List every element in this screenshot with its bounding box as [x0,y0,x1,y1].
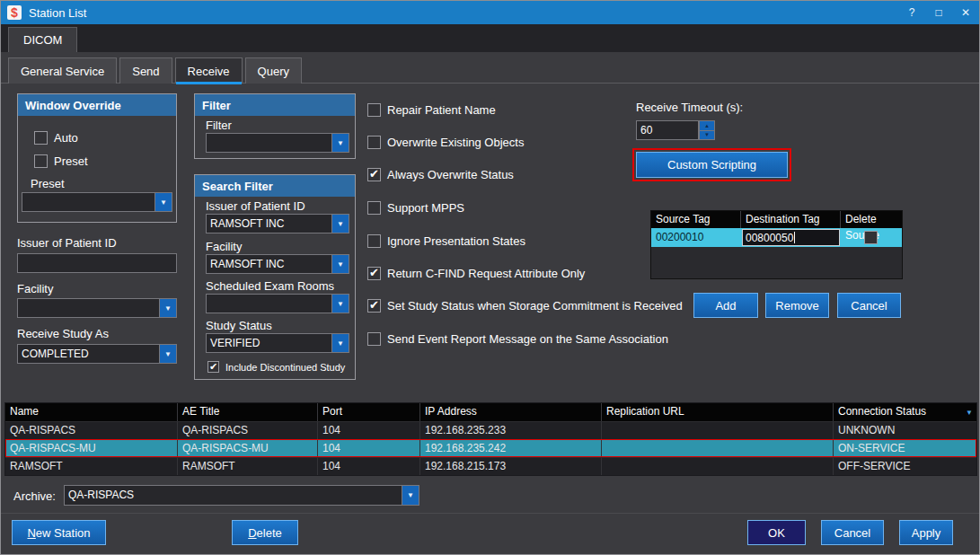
tag-source-cell[interactable]: 00200010 [651,228,741,247]
issuer-input[interactable] [17,253,177,273]
cell-connection-status: OFF-SERVICE [834,458,976,475]
option-checkbox[interactable] [367,201,381,215]
tag-table-row[interactable]: 00200010 00800050 [651,228,902,247]
sf-issuer-label: Issuer of Patient ID [206,199,305,213]
tag-delete-source-cell[interactable] [841,228,901,247]
archive-select[interactable]: QA-RISPACS [64,485,419,506]
cell-ip-address: 192.168.235.242 [420,440,602,457]
tab-general-service[interactable]: General Service [8,57,117,84]
option-ignore-presentation-states[interactable]: Ignore Presentation States [367,233,525,249]
tag-mapping-table: Source Tag Destination Tag Delete Source… [650,210,903,279]
option-label: Overwrite Existing Objects [387,136,524,149]
include-discontinued-label: Include Discontinued Study [225,362,345,373]
tag-cancel-button[interactable]: Cancel [837,293,901,318]
delete-button[interactable]: Delete [232,520,298,545]
tag-destination-edit[interactable]: 00800050 [742,229,840,246]
option-label: Ignore Presentation States [387,234,525,248]
column-picker-icon[interactable] [966,403,973,421]
sf-rooms-dropdown-button[interactable] [331,295,349,313]
tag-destination-cell[interactable]: 00800050 [741,228,841,247]
option-always-overwrite-status[interactable]: Always Overwrite Status [367,167,514,182]
tag-header-source: Source Tag [651,211,741,228]
cell-replication-url [602,422,834,439]
archive-dropdown-button[interactable] [402,486,419,505]
include-discontinued-checkbox[interactable] [207,361,219,373]
facility-dropdown-button[interactable] [159,299,176,317]
receive-timeout-input[interactable]: 60 [636,120,699,140]
sf-facility-dropdown-button[interactable] [331,255,349,273]
delete-accesskey: D [248,526,256,540]
preset-checkbox[interactable] [34,154,48,168]
filter-dropdown-button[interactable] [331,134,349,152]
col-header-name[interactable]: Name [5,403,178,421]
cell-connection-status: UNKNOWN [834,422,976,439]
col-header-connection-status[interactable]: Connection Status [834,403,976,421]
sf-issuer-select[interactable]: RAMSOFT INC [206,214,349,233]
option-repair-patient-name[interactable]: Repair Patient Name [367,102,496,118]
facility-select-value [18,299,159,317]
sf-issuer-dropdown-button[interactable] [331,215,349,233]
help-button[interactable]: ? [898,1,925,24]
ok-button[interactable]: OK [747,520,806,545]
option-return-cfind-request-attribute-only[interactable]: Return C-FIND Request Attribute Only [367,266,585,281]
apply-button[interactable]: Apply [899,520,953,545]
option-set-study-status-storage-commitment[interactable]: Set Study Status when Storage Commitment… [367,298,683,313]
tag-table-header: Source Tag Destination Tag Delete Source [651,211,902,228]
option-checkbox[interactable] [367,299,381,313]
tab-query[interactable]: Query [245,57,302,84]
option-send-event-report-same-association[interactable]: Send Event Report Message on the Same As… [367,331,668,347]
option-checkbox[interactable] [367,234,381,248]
auto-checkbox-row[interactable]: Auto [34,130,78,145]
col-header-port[interactable]: Port [318,403,420,421]
option-checkbox[interactable] [367,267,381,280]
facility-select[interactable] [17,298,177,318]
tag-delete-source-checkbox[interactable] [864,231,878,244]
window-override-group: Window Override Auto Preset Preset [17,93,177,223]
preset-select[interactable] [22,192,172,212]
sf-rooms-select[interactable] [206,294,349,313]
col-header-ip-address[interactable]: IP Address [420,403,602,421]
option-support-mpps[interactable]: Support MPPS [367,200,464,216]
spin-up-button[interactable] [699,120,715,131]
cell-ae-title: QA-RISPACS [178,422,318,439]
tab-dicom[interactable]: DICOM [8,27,77,52]
tab-receive[interactable]: Receive [175,57,243,84]
search-filter-group: Search Filter Issuer of Patient ID RAMSO… [194,174,356,380]
preset-checkbox-row[interactable]: Preset [34,154,88,169]
maximize-button[interactable]: □ [925,1,952,24]
sf-status-dropdown-button[interactable] [331,334,349,352]
new-station-button[interactable]: New Station [12,520,106,545]
tab-send[interactable]: Send [119,57,172,84]
option-checkbox[interactable] [367,136,381,149]
filter-group-header: Filter [195,94,355,116]
station-row-ramsoft[interactable]: RAMSOFT RAMSOFT 104 192.168.215.173 OFF-… [5,457,976,475]
auto-checkbox[interactable] [34,131,48,145]
receive-study-as-select[interactable]: COMPLETED [17,344,177,364]
option-checkbox[interactable] [367,168,381,181]
custom-scripting-button[interactable]: Custom Scripting [636,152,788,178]
include-discontinued-row[interactable]: Include Discontinued Study [207,359,345,374]
option-checkbox[interactable] [367,103,381,117]
preset-dropdown-button[interactable] [155,193,172,211]
close-button[interactable]: ✕ [952,1,979,24]
spin-down-button[interactable] [699,131,715,141]
sf-status-label: Study Status [206,319,272,332]
sf-facility-select[interactable]: RAMSOFT INC [206,254,349,274]
col-header-ae-title[interactable]: AE Title [178,403,318,421]
station-row-qa-rispacs-mu[interactable]: QA-RISPACS-MU QA-RISPACS-MU 104 192.168.… [5,439,976,457]
new-station-accesskey: N [27,526,35,540]
add-button[interactable]: Add [693,293,758,318]
archive-label: Archive: [13,489,56,503]
receive-study-as-dropdown-button[interactable] [159,345,176,363]
option-label: Support MPPS [387,201,464,215]
sf-status-select[interactable]: VERIFIED [206,333,349,353]
col-header-replication-url[interactable]: Replication URL [602,403,834,421]
option-overwrite-existing-objects[interactable]: Overwrite Existing Objects [367,135,524,150]
tag-header-destination: Destination Tag [741,211,841,228]
option-checkbox[interactable] [367,332,381,346]
filter-select[interactable] [206,133,349,153]
station-row-qa-rispacs[interactable]: QA-RISPACS QA-RISPACS 104 192.168.235.23… [5,421,976,439]
station-table: Name AE Title Port IP Address Replicatio… [4,402,977,476]
cancel-button[interactable]: Cancel [821,520,884,545]
remove-button[interactable]: Remove [765,293,829,318]
